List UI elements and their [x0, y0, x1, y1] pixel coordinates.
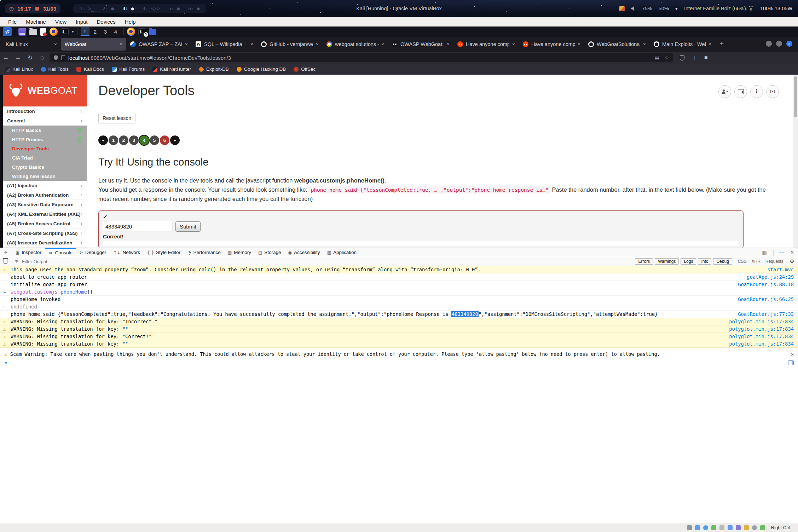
bookmark-item[interactable]: OffSec [294, 66, 316, 72]
text-editor-icon[interactable] [40, 28, 46, 36]
console-source-link[interactable]: polyglot.min.js:17:834 [722, 334, 794, 339]
display-icon[interactable] [744, 525, 749, 530]
show-hints-button[interactable]: ▾ [718, 85, 731, 98]
pagination-page[interactable]: 6 [160, 135, 169, 145]
shared-folders-icon[interactable] [728, 525, 733, 530]
close-tab-icon[interactable]: × [185, 41, 188, 47]
devtools-tab-accessibility[interactable]: ◉Accessibility [285, 248, 324, 257]
bookmark-star-icon[interactable]: ☆ [665, 54, 669, 61]
panel-workspace[interactable]: 1: >_ [80, 6, 94, 11]
filter-button-info[interactable]: Info [698, 258, 711, 265]
bookmark-item[interactable]: Kali Docs [76, 66, 104, 72]
chevron-down-icon[interactable]: ▾ [72, 29, 74, 34]
url-bar[interactable]: localhost:8080/WebGoat/start.mvc#lesson/… [50, 53, 673, 62]
forward-button[interactable]: → [12, 54, 24, 61]
sidebar-item[interactable]: (A7) Cross-Site Scripting (XSS)› [3, 229, 87, 238]
panel-workspace[interactable]: 5: ● [168, 6, 180, 11]
close-tab-icon[interactable]: × [512, 41, 515, 47]
devtools-tab-application[interactable]: ▥Application [324, 248, 360, 257]
page-scrollbar[interactable] [793, 75, 798, 248]
terminal-launcher-icon[interactable]: $_ [61, 28, 69, 35]
split-console-icon[interactable] [788, 360, 794, 365]
panel-workspace[interactable]: 6: ● [188, 6, 200, 11]
firefox-launcher-icon[interactable] [50, 28, 58, 36]
bookmark-item[interactable]: Kali Linux [5, 66, 33, 72]
terminal-running-icon[interactable]: $_ 3 [138, 28, 146, 35]
panel-workspace[interactable]: 4: </> [143, 6, 160, 11]
devtools-tab-memory[interactable]: ▦Memory [224, 248, 255, 257]
filter-input[interactable]: Filter Output [22, 259, 47, 264]
filter-button-logs[interactable]: Logs [681, 258, 696, 265]
site-info-icon[interactable] [61, 55, 65, 60]
filter-button-errors[interactable]: Errors [635, 258, 653, 265]
close-tab-icon[interactable]: × [54, 41, 57, 47]
pagination-page[interactable]: 3 [129, 135, 139, 145]
sidebar-item[interactable]: Introduction› [3, 106, 87, 116]
filter-type-css[interactable]: CSS [736, 259, 748, 264]
scrollbar-thumb[interactable] [794, 76, 797, 117]
filter-type-xhr[interactable]: XHR [750, 259, 762, 264]
close-tab-icon[interactable]: × [643, 41, 646, 47]
minimize-button[interactable] [766, 41, 772, 47]
reload-button[interactable]: ↻ [24, 54, 36, 62]
pagination-page[interactable]: 1 [109, 135, 118, 145]
close-window-button[interactable]: × [786, 41, 792, 47]
sidebar-item[interactable]: HTTP Proxies✓ [3, 135, 87, 144]
taskbar-workspace[interactable]: 3 [101, 27, 110, 36]
devtools-tab-storage[interactable]: ▤Storage [255, 248, 285, 257]
devtools-tab-debugger[interactable]: ⊳Debugger [76, 248, 110, 257]
menubar-item-machine[interactable]: Machine [21, 19, 51, 25]
devtools-tab-inspector[interactable]: ▣Inspector [12, 248, 45, 257]
console-source-link[interactable]: goatApp.js:24:29 [740, 274, 794, 280]
url-text[interactable]: localhost:8080/WebGoat/start.mvc#lesson/… [68, 55, 651, 61]
menu-icon[interactable]: ≡ [704, 54, 707, 61]
console-settings-icon[interactable]: ⚙ [790, 258, 794, 265]
devtools-options-icon[interactable]: ⋯ [779, 249, 785, 256]
sidebar-item[interactable]: CIA Triad [3, 153, 87, 162]
menubar-item-file[interactable]: File [4, 19, 21, 25]
browser-tab[interactable]: Main Exploits · WebG× [650, 38, 715, 51]
close-tab-icon[interactable]: × [381, 41, 384, 47]
browser-tab[interactable]: GitHub - vernjan/we× [258, 38, 322, 51]
close-devtools-icon[interactable]: × [791, 249, 794, 256]
tracking-protection-icon[interactable] [54, 55, 58, 60]
browser-tab[interactable]: webgoat solutions -× [323, 38, 388, 51]
maximize-button[interactable] [776, 41, 782, 47]
panel-workspace[interactable]: 2: ● [103, 6, 114, 11]
menubar-item-input[interactable]: Input [71, 19, 92, 25]
bookmark-item[interactable]: Exploit-DB [199, 66, 229, 72]
clipboard-icon[interactable] [736, 525, 741, 530]
close-icon[interactable]: × [791, 351, 794, 357]
devtools-tab-style-editor[interactable]: { }Style Editor [144, 248, 184, 257]
menubar-item-help[interactable]: Help [120, 19, 140, 25]
pagination-page[interactable]: 5 [150, 135, 159, 145]
sidebar-item[interactable]: (A8) Insecure Deserialization› [3, 238, 87, 248]
browser-tab[interactable]: WebGoatSolutions/S× [585, 38, 649, 51]
console-input-row[interactable]: » [0, 358, 798, 367]
answer-input[interactable] [103, 222, 173, 231]
taskbar-workspace[interactable]: 4 [111, 27, 120, 36]
browser-tab[interactable]: OWASP WebGoat: G× [388, 38, 453, 51]
close-tab-icon[interactable]: × [578, 41, 580, 47]
sidebar-item[interactable]: Developer Tools [3, 144, 87, 153]
devtools-tab-console[interactable]: ≫Console [45, 248, 76, 257]
next-page-button[interactable]: ► [170, 135, 180, 145]
sidebar-item[interactable]: (A1) Injection› [3, 181, 87, 190]
optical-disc-icon[interactable] [695, 525, 700, 530]
pagination-page[interactable]: 2 [119, 135, 128, 145]
files-running-icon[interactable] [149, 29, 156, 35]
bookmark-item[interactable]: Kali NetHunter [152, 66, 191, 72]
close-tab-icon[interactable]: × [316, 41, 319, 47]
submit-button[interactable]: Submit [175, 221, 201, 232]
close-tab-icon[interactable]: × [709, 41, 711, 47]
home-button[interactable]: ⌂ [36, 54, 48, 61]
bookmark-item[interactable]: Kali Tools [41, 66, 69, 72]
sidebar-item[interactable]: HTTP Basics✓ [3, 126, 87, 135]
filter-button-debug[interactable]: Debug [713, 258, 732, 265]
console-source-link[interactable]: GoatRouter.js:88:18 [731, 282, 794, 287]
sidebar-item[interactable]: (A5) Broken Access Control› [3, 219, 87, 229]
app-window-icon[interactable] [18, 28, 26, 36]
taskbar-workspace[interactable]: 2 [91, 27, 100, 36]
devtools-tab-network[interactable]: ↑↓Network [110, 248, 144, 257]
browser-tab[interactable]: WSQL – Wikipedia× [192, 38, 257, 51]
